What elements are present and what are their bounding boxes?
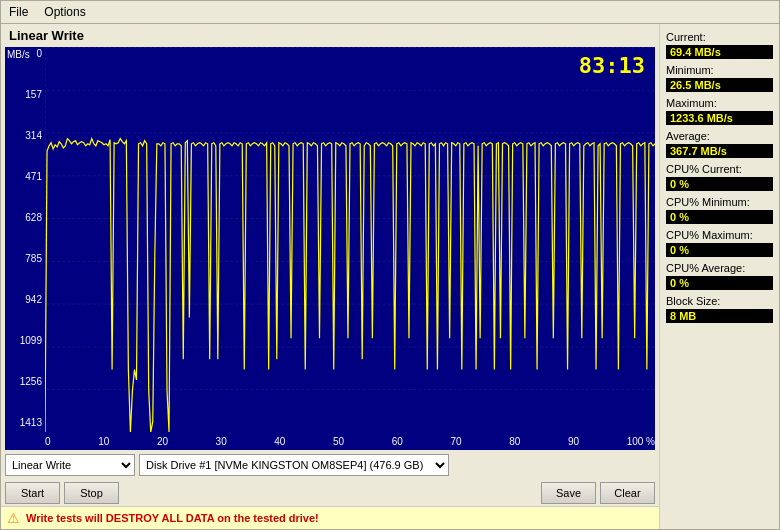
average-label: Average: xyxy=(666,130,773,142)
right-stats-panel: Current: 69.4 MB/s Minimum: 26.5 MB/s Ma… xyxy=(659,24,779,529)
chart-container: 83:13 MB/s 1413 1256 1099 942 785 628 47… xyxy=(5,47,655,450)
cpu-maximum-value: 0 % xyxy=(666,243,773,257)
cpu-minimum-label: CPU% Minimum: xyxy=(666,196,773,208)
chart-plot-area xyxy=(45,47,655,432)
cpu-average-value: 0 % xyxy=(666,276,773,290)
maximum-label: Maximum: xyxy=(666,97,773,109)
start-button[interactable]: Start xyxy=(5,482,60,504)
controls-bar: Linear Write Linear Read Random Write Ra… xyxy=(1,450,659,480)
timer-display: 83:13 xyxy=(579,53,645,78)
minimum-value: 26.5 MB/s xyxy=(666,78,773,92)
average-value: 367.7 MB/s xyxy=(666,144,773,158)
cpu-current-label: CPU% Current: xyxy=(666,163,773,175)
chart-inner: 83:13 MB/s 1413 1256 1099 942 785 628 47… xyxy=(5,47,655,450)
y-axis-labels: 1413 1256 1099 942 785 628 471 314 157 0 xyxy=(5,47,45,430)
main-window: File Options Linear Write 83:13 MB/s 141… xyxy=(0,0,780,530)
minimum-label: Minimum: xyxy=(666,64,773,76)
cpu-maximum-label: CPU% Maximum: xyxy=(666,229,773,241)
clear-button[interactable]: Clear xyxy=(600,482,655,504)
chart-svg xyxy=(45,47,655,432)
stop-button[interactable]: Stop xyxy=(64,482,119,504)
main-area: Linear Write 83:13 MB/s 1413 1256 1099 9… xyxy=(1,24,779,529)
cpu-average-label: CPU% Average: xyxy=(666,262,773,274)
current-label: Current: xyxy=(666,31,773,43)
chart-title: Linear Write xyxy=(1,24,659,47)
warning-icon: ⚠ xyxy=(7,510,20,526)
menu-file[interactable]: File xyxy=(5,3,32,21)
cpu-current-value: 0 % xyxy=(666,177,773,191)
blocksize-value: 8 MB xyxy=(666,309,773,323)
button-row: Start Stop Save Clear xyxy=(1,480,659,506)
save-button[interactable]: Save xyxy=(541,482,596,504)
warning-bar: ⚠ Write tests will DESTROY ALL DATA on t… xyxy=(1,506,659,529)
cpu-minimum-value: 0 % xyxy=(666,210,773,224)
test-type-dropdown[interactable]: Linear Write Linear Read Random Write Ra… xyxy=(5,454,135,476)
maximum-value: 1233.6 MB/s xyxy=(666,111,773,125)
blocksize-label: Block Size: xyxy=(666,295,773,307)
menu-options[interactable]: Options xyxy=(40,3,89,21)
left-panel: Linear Write 83:13 MB/s 1413 1256 1099 9… xyxy=(1,24,659,529)
warning-text: Write tests will DESTROY ALL DATA on the… xyxy=(26,512,319,524)
current-value: 69.4 MB/s xyxy=(666,45,773,59)
disk-dropdown[interactable]: Disk Drive #1 [NVMe KINGSTON OM8SEP4] (4… xyxy=(139,454,449,476)
menubar: File Options xyxy=(1,1,779,24)
x-axis-labels: 0 10 20 30 40 50 60 70 80 90 100 % xyxy=(45,432,655,450)
